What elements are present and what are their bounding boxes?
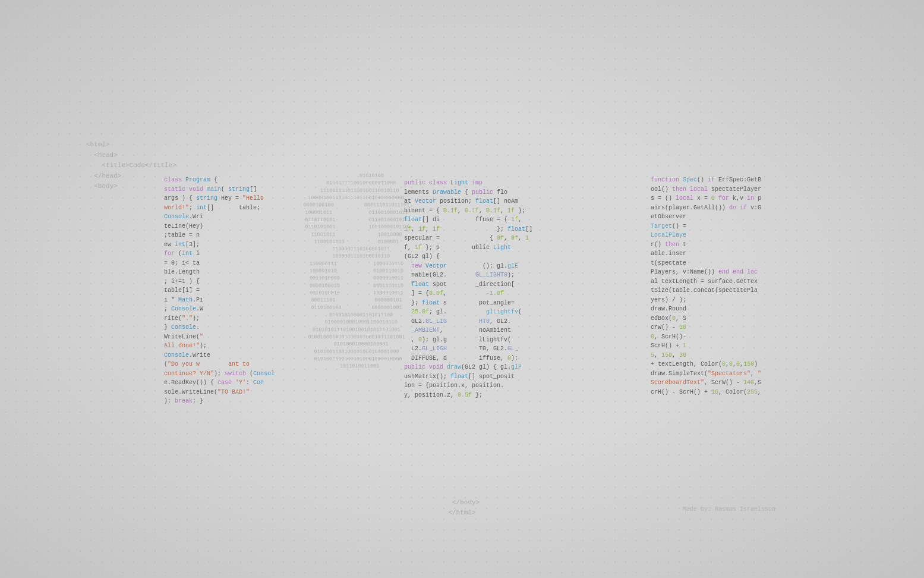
lua-game-code: function Spec() if ErfSpec:GetB ool() th… [651,175,787,397]
attribution-text: Made by: Rasmus Israelsson [683,506,775,513]
java-opengl-code: public class Light imp lements Drawable … [404,178,559,400]
csharp-code-block: class Program { static void main( string… [143,175,273,406]
html-code-bottom: </body> </html> [444,498,480,519]
attribution-label: Made by: Rasmus Israelsson [683,506,775,513]
